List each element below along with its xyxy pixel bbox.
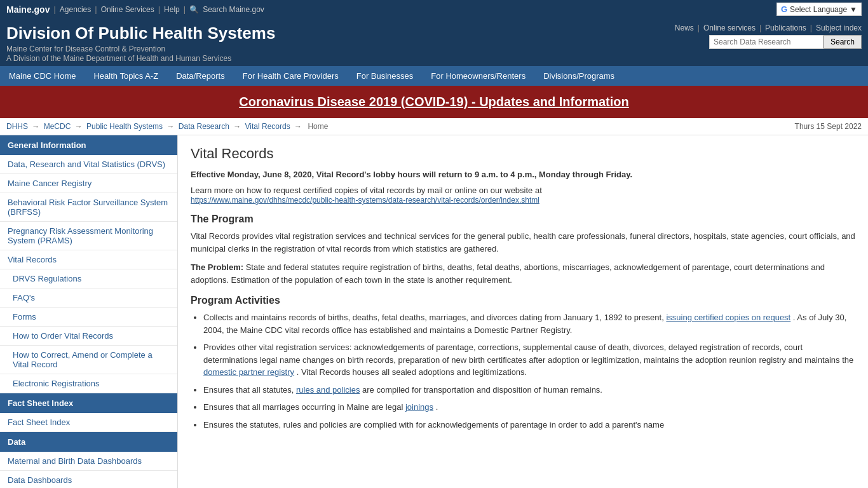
top-bar: Maine.gov | Agencies | Online Services |… <box>0 0 868 18</box>
site-title-block: Division Of Public Health Systems Maine … <box>6 24 275 64</box>
breadcrumb-vital-records[interactable]: Vital Records <box>245 122 290 131</box>
sidebar-item-maternal-birth[interactable]: Maternal and Birth Data Dashboards <box>0 452 177 471</box>
nav-divisions[interactable]: Divisions/Programs <box>534 66 623 86</box>
main-nav: Maine CDC Home Health Topics A-Z Data/Re… <box>0 66 868 86</box>
breadcrumb-public-health[interactable]: Public Health Systems <box>86 122 163 131</box>
sidebar-data-header: Data <box>0 432 177 452</box>
sidebar-item-drvs[interactable]: Data, Research and Vital Statistics (DRV… <box>0 155 177 174</box>
header: Division Of Public Health Systems Maine … <box>0 18 868 66</box>
nav-homeowners[interactable]: For Homeowners/Renters <box>422 66 534 86</box>
problem-body: State and federal statutes require regis… <box>191 262 825 285</box>
google-logo: G <box>781 4 787 14</box>
sidebar-item-faqs[interactable]: FAQ's <box>0 288 177 308</box>
breadcrumb: DHHS → MeCDC → Public Health Systems → D… <box>6 122 330 131</box>
sidebar: General Information Data, Research and V… <box>0 135 178 488</box>
sidebar-item-how-correct[interactable]: How to Correct, Amend or Complete a Vita… <box>0 346 177 374</box>
translate-label: Select Language <box>790 5 847 14</box>
header-links: News | Online services | Publications | … <box>675 24 862 32</box>
help-link[interactable]: Help <box>164 5 180 14</box>
list-item: Collects and maintains records of births… <box>203 311 855 336</box>
nav-health-topics[interactable]: Health Topics A-Z <box>85 66 167 86</box>
problem-label: The Problem: <box>191 262 243 272</box>
page-date: Thurs 15 Sept 2022 <box>795 122 862 131</box>
sidebar-item-prams[interactable]: Pregnancy Risk Assessment Monitoring Sys… <box>0 222 177 250</box>
sidebar-item-electronic[interactable]: Electronic Registrations <box>0 374 177 393</box>
notice-body-text: Learn more on how to request certified c… <box>191 186 855 205</box>
activities-header: Program Activities <box>191 295 855 306</box>
sidebar-general-information-header: General Information <box>0 135 177 155</box>
list-item: Ensures that all statutes, rules and pol… <box>203 384 855 396</box>
list-item: Ensures the statutes, rules and policies… <box>203 419 855 431</box>
program-body: Vital Records provides vital registratio… <box>191 230 855 255</box>
online-services-header-link[interactable]: Online services <box>703 24 756 32</box>
sidebar-item-drvs-regulations[interactable]: DRVS Regulations <box>0 269 177 288</box>
sidebar-item-vital-records[interactable]: Vital Records <box>0 250 177 269</box>
notice-bold-text: Effective Monday, June 8, 2020, Vital Re… <box>191 170 855 179</box>
program-header: The Program <box>191 214 855 225</box>
rules-policies-link[interactable]: rules and policies <box>296 385 360 395</box>
maine-gov-logo: Maine.gov <box>6 4 50 15</box>
sidebar-item-brfss[interactable]: Behavioral Risk Factor Surveillance Syst… <box>0 193 177 222</box>
site-title: Division Of Public Health Systems <box>6 24 275 43</box>
search-button[interactable]: Search <box>824 35 862 49</box>
certified-copies-link[interactable]: issuing certified copies on request <box>666 313 790 322</box>
breadcrumb-data-research[interactable]: Data Research <box>179 122 229 131</box>
list-item: Ensures that all marriages occurring in … <box>203 401 855 414</box>
header-subtitle: Maine Center for Disease Control & Preve… <box>6 44 275 63</box>
notice-link[interactable]: https://www.maine.gov/dhhs/mecdc/public-… <box>191 196 539 205</box>
search-input[interactable] <box>709 35 824 49</box>
covid-banner: Coronavirus Disease 2019 (COVID-19) - Up… <box>0 86 868 118</box>
search-bar: Search <box>709 35 862 49</box>
nav-health-care-providers[interactable]: For Health Care Providers <box>234 66 348 86</box>
list-item: Provides other vital registration servic… <box>203 341 855 379</box>
sidebar-item-cancer-registry[interactable]: Maine Cancer Registry <box>0 174 177 193</box>
page-title: Vital Records <box>191 146 855 162</box>
breadcrumb-home: Home <box>308 122 328 131</box>
sidebar-item-forms[interactable]: Forms <box>0 308 177 327</box>
publications-link[interactable]: Publications <box>765 24 806 32</box>
google-translate[interactable]: G Select Language ▼ <box>776 3 862 16</box>
domestic-partner-link[interactable]: domestic partner registry <box>203 367 294 377</box>
content-wrapper: General Information Data, Research and V… <box>0 135 868 488</box>
covid-link[interactable]: Coronavirus Disease 2019 (COVID-19) - Up… <box>239 95 629 109</box>
nav-for-businesses[interactable]: For Businesses <box>348 66 423 86</box>
search-maine-link[interactable]: Search Maine.gov <box>203 5 264 14</box>
sidebar-fact-sheet-header: Fact Sheet Index <box>0 393 177 413</box>
subtitle-line1: Maine Center for Disease Control & Preve… <box>6 44 275 53</box>
header-nav-right: News | Online services | Publications | … <box>675 24 862 49</box>
sidebar-item-data-dashboards[interactable]: Data Dashboards <box>0 471 177 488</box>
news-link[interactable]: News <box>675 24 694 32</box>
chevron-down-icon: ▼ <box>850 5 857 14</box>
header-top: Division Of Public Health Systems Maine … <box>6 24 862 64</box>
nav-data-reports[interactable]: Data/Reports <box>167 66 234 86</box>
subtitle-line2: A Division of the Maine Department of He… <box>6 54 275 63</box>
subject-index-link[interactable]: Subject index <box>816 24 862 32</box>
main-content: Vital Records Effective Monday, June 8, … <box>178 135 868 488</box>
problem-text: The Problem: State and federal statutes … <box>191 261 855 286</box>
activities-list: Collects and maintains records of births… <box>203 311 855 431</box>
sidebar-item-fact-sheet-index[interactable]: Fact Sheet Index <box>0 413 177 432</box>
top-bar-left: Maine.gov | Agencies | Online Services |… <box>6 4 264 15</box>
breadcrumb-dhhs[interactable]: DHHS <box>6 122 28 131</box>
online-services-link[interactable]: Online Services <box>101 5 154 14</box>
nav-maine-cdc-home[interactable]: Maine CDC Home <box>0 66 85 86</box>
joinings-link[interactable]: joinings <box>405 402 433 412</box>
agencies-link[interactable]: Agencies <box>60 5 91 14</box>
top-bar-right: G Select Language ▼ <box>776 3 862 16</box>
breadcrumb-bar: DHHS → MeCDC → Public Health Systems → D… <box>0 118 868 135</box>
sidebar-item-how-order[interactable]: How to Order Vital Records <box>0 327 177 346</box>
breadcrumb-mecdc[interactable]: MeCDC <box>44 122 71 131</box>
